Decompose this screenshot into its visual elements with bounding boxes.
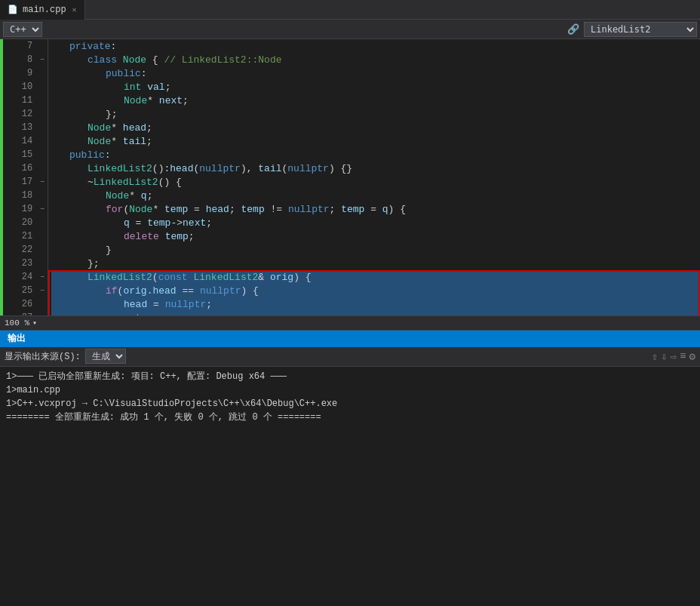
token-plain: ) { bbox=[241, 285, 259, 297]
line-number: 11 bbox=[14, 95, 38, 106]
token-plain: ; bbox=[147, 190, 153, 201]
token-classname: Node bbox=[88, 136, 111, 147]
token-plain: ; bbox=[146, 136, 152, 147]
token-plain: : bbox=[111, 41, 117, 52]
line-number-gutter: 78−91011121314151617−1819−2021222324−25−… bbox=[3, 39, 48, 315]
gutter-row: 19− bbox=[3, 202, 48, 216]
token-param: orig bbox=[123, 285, 146, 297]
fold-indicator[interactable]: − bbox=[37, 273, 48, 281]
token-kw: class bbox=[88, 54, 117, 66]
token-param: temp bbox=[165, 231, 189, 242]
line-number: 15 bbox=[14, 149, 38, 160]
code-line: }; bbox=[51, 257, 700, 270]
gutter-row: 16 bbox=[3, 161, 48, 175]
gutter-row: 21 bbox=[3, 229, 48, 243]
line-number: 20 bbox=[14, 217, 38, 228]
token-plain bbox=[117, 54, 123, 66]
gutter-row: 26 bbox=[3, 297, 48, 311]
token-param: q bbox=[124, 217, 130, 229]
language-select[interactable]: C++ bbox=[3, 22, 42, 37]
output-icon-4[interactable]: ≡ bbox=[680, 350, 686, 363]
token-member: val bbox=[147, 82, 164, 93]
line-number: 17 bbox=[14, 177, 38, 187]
token-member: head bbox=[124, 299, 147, 310]
token-plain: ; bbox=[159, 312, 165, 315]
zoom-level: 100 % bbox=[5, 318, 29, 328]
code-line: return; bbox=[51, 311, 700, 315]
code-area[interactable]: private:class Node { // LinkedList2::Nod… bbox=[48, 39, 700, 315]
code-line: Node* q; bbox=[51, 189, 700, 202]
code-line: } bbox=[51, 243, 700, 257]
token-param: q bbox=[382, 204, 388, 215]
token-plain: ), bbox=[241, 163, 258, 174]
tab-bar: 📄 main.cpp ✕ bbox=[0, 0, 700, 20]
token-classname: LinkedList2 bbox=[88, 272, 152, 283]
token-classname: Node bbox=[123, 54, 146, 66]
output-header: 输出 bbox=[0, 331, 700, 347]
toolbar-row: C++ 🔗 LinkedList2 bbox=[0, 20, 700, 39]
code-line: head = nullptr; bbox=[51, 297, 700, 311]
token-member: head bbox=[123, 122, 146, 134]
output-source-label: 显示输出来源(S): bbox=[5, 350, 81, 363]
token-plain: ) { bbox=[293, 272, 311, 283]
token-plain bbox=[188, 272, 194, 283]
fold-indicator[interactable]: − bbox=[37, 56, 48, 64]
gutter-row: 25− bbox=[3, 284, 48, 297]
gutter-row: 18 bbox=[3, 189, 48, 202]
token-param: temp bbox=[241, 204, 265, 215]
token-classname: Node bbox=[88, 122, 111, 134]
token-plain: ) { bbox=[388, 204, 406, 215]
code-line: q = temp->next; bbox=[51, 216, 700, 229]
output-icon-1[interactable]: ⇧ bbox=[652, 350, 658, 363]
token-plain: * bbox=[147, 95, 159, 106]
line-number: 12 bbox=[14, 109, 38, 119]
token-classname: Node bbox=[106, 190, 129, 201]
fold-indicator[interactable]: − bbox=[37, 178, 48, 186]
token-classname: Node bbox=[129, 204, 152, 215]
class-select[interactable]: LinkedList2 bbox=[584, 22, 697, 37]
token-kw: public bbox=[69, 149, 105, 161]
token-plain: { bbox=[146, 54, 164, 66]
fold-indicator[interactable]: − bbox=[37, 205, 48, 214]
tab-main-cpp[interactable]: 📄 main.cpp ✕ bbox=[0, 0, 85, 20]
token-plain: != bbox=[265, 204, 288, 215]
token-comment: // LinkedList2::Node bbox=[164, 54, 281, 66]
token-plain: * bbox=[111, 136, 123, 147]
token-plain bbox=[159, 231, 165, 242]
zoom-arrow-icon[interactable]: ▾ bbox=[32, 318, 37, 328]
linked-icon: 🔗 bbox=[567, 23, 579, 35]
code-line: ~LinkedList2() { bbox=[51, 175, 700, 189]
token-kw2: return bbox=[124, 312, 159, 315]
fold-indicator[interactable]: − bbox=[37, 287, 48, 295]
token-classname: LinkedList2 bbox=[88, 163, 152, 174]
token-plain: * bbox=[111, 122, 123, 134]
line-number: 24 bbox=[14, 272, 38, 282]
token-plain: * bbox=[129, 190, 141, 201]
token-plain: }; bbox=[88, 258, 100, 269]
output-icon-2[interactable]: ⇩ bbox=[661, 350, 667, 363]
gutter-row: 13 bbox=[3, 121, 48, 134]
tab-label: main.cpp bbox=[23, 5, 66, 15]
token-kw: private bbox=[69, 41, 111, 52]
line-number: 9 bbox=[14, 68, 38, 78]
close-icon[interactable]: ✕ bbox=[72, 5, 77, 14]
gutter-row: 7 bbox=[3, 39, 48, 53]
token-plain: ; bbox=[146, 122, 152, 134]
token-plain: ; bbox=[183, 95, 189, 106]
gutter-row: 14 bbox=[3, 134, 48, 148]
token-plain: == bbox=[177, 285, 200, 297]
token-param: temp bbox=[164, 204, 188, 215]
token-plain: ( bbox=[152, 272, 158, 283]
token-plain: } bbox=[106, 245, 112, 256]
token-plain: = bbox=[130, 217, 147, 229]
line-number: 8 bbox=[14, 54, 38, 65]
token-plain: * bbox=[152, 204, 164, 215]
token-plain: = bbox=[364, 204, 382, 215]
output-source-select[interactable]: 生成 bbox=[85, 349, 126, 364]
token-plain bbox=[141, 82, 147, 93]
output-icon-5[interactable]: ⚙ bbox=[689, 350, 695, 363]
output-icon-3[interactable]: ⇨ bbox=[671, 350, 677, 363]
line-number: 21 bbox=[14, 231, 38, 241]
gutter-row: 20 bbox=[3, 216, 48, 229]
code-line: public: bbox=[51, 66, 700, 80]
